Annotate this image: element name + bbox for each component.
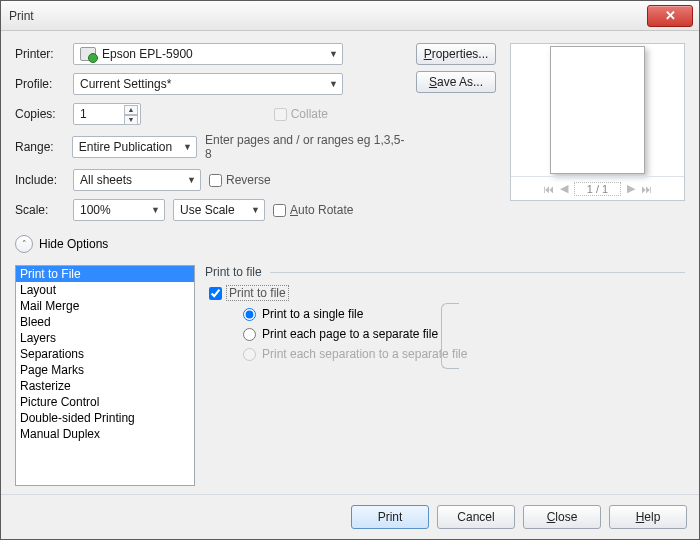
pager-info: 1 / 1 [574,182,621,196]
include-combo[interactable]: All sheets ▼ [73,169,201,191]
printer-combo[interactable]: Epson EPL-5900 ▼ [73,43,343,65]
printer-icon [80,47,96,61]
range-label: Range: [15,140,64,154]
print-to-file-panel: Print to file Print to file Print to a s… [205,265,685,486]
collate-checkbox: Collate [274,107,328,121]
chevron-down-icon: ▼ [151,205,160,215]
preview-page [511,44,684,176]
radio-page-per-file[interactable]: Print each page to a separate file [243,327,685,341]
cancel-button[interactable]: Cancel [437,505,515,529]
chevron-down-icon: ▼ [329,79,338,89]
options-item[interactable]: Picture Control [16,394,194,410]
scale-combo[interactable]: 100% ▼ [73,199,165,221]
spinner-arrows[interactable]: ▲▼ [124,105,138,125]
include-label: Include: [15,173,65,187]
reverse-checkbox[interactable]: Reverse [209,173,271,187]
printer-label: Printer: [15,47,65,61]
profile-value: Current Settings* [80,77,171,91]
titlebar: Print ✕ [1,1,699,31]
divider [270,272,685,273]
range-hint: Enter pages and / or ranges eg 1,3,5-8 [205,133,406,161]
options-item[interactable]: Separations [16,346,194,362]
range-value: Entire Publication [79,140,172,154]
options-item[interactable]: Page Marks [16,362,194,378]
properties-button[interactable]: Properties... [416,43,496,65]
options-item[interactable]: Layout [16,282,194,298]
chevron-down-icon: ▼ [183,142,192,152]
copies-spinner[interactable]: 1 ▲▼ [73,103,141,125]
preview-pager: ⏮ ◀ 1 / 1 ▶ ⏭ [511,176,684,200]
copies-value: 1 [80,107,87,121]
bracket-line [441,303,459,369]
options-item[interactable]: Mail Merge [16,298,194,314]
chevron-down-icon: ▼ [251,205,260,215]
profile-label: Profile: [15,77,65,91]
preview-box: ⏮ ◀ 1 / 1 ▶ ⏭ [510,43,685,201]
scale-mode-value: Use Scale [180,203,235,217]
close-button[interactable]: Close [523,505,601,529]
options-item[interactable]: Bleed [16,314,194,330]
chevron-down-icon: ▼ [187,175,196,185]
help-button[interactable]: Help [609,505,687,529]
auto-rotate-checkbox[interactable]: Auto Rotate [273,203,353,217]
options-item[interactable]: Print to File [16,266,194,282]
scale-mode-combo[interactable]: Use Scale ▼ [173,199,265,221]
range-combo[interactable]: Entire Publication ▼ [72,136,197,158]
chevron-down-icon: ▼ [329,49,338,59]
print-to-file-checkbox[interactable]: Print to file [209,285,685,301]
options-item[interactable]: Double-sided Printing [16,410,194,426]
pager-last-icon[interactable]: ⏭ [641,183,652,195]
pager-next-icon[interactable]: ▶ [627,182,635,195]
profile-combo[interactable]: Current Settings* ▼ [73,73,343,95]
panel-title: Print to file [205,265,262,279]
pager-first-icon[interactable]: ⏮ [543,183,554,195]
options-listbox[interactable]: Print to FileLayoutMail MergeBleedLayers… [15,265,195,486]
dialog-footer: Print Cancel Close Help [1,494,699,539]
options-item[interactable]: Rasterize [16,378,194,394]
print-button[interactable]: Print [351,505,429,529]
include-value: All sheets [80,173,132,187]
scale-label: Scale: [15,203,65,217]
print-dialog: Print ✕ Printer: Epson EPL-5900 ▼ [0,0,700,540]
radio-single-file[interactable]: Print to a single file [243,307,685,321]
printer-value: Epson EPL-5900 [102,47,193,61]
options-item[interactable]: Layers [16,330,194,346]
close-icon: ✕ [665,8,676,23]
save-as-button[interactable]: Save As... [416,71,496,93]
pager-prev-icon[interactable]: ◀ [560,182,568,195]
options-item[interactable]: Manual Duplex [16,426,194,442]
chevron-up-icon: ˄ [15,235,33,253]
window-close-button[interactable]: ✕ [647,5,693,27]
window-title: Print [7,9,647,23]
hide-options-toggle[interactable]: ˄ Hide Options [15,235,685,253]
copies-label: Copies: [15,107,65,121]
radio-separation-per-file: Print each separation to a separate file [243,347,685,361]
scale-value: 100% [80,203,111,217]
preview-sheet [550,46,645,174]
